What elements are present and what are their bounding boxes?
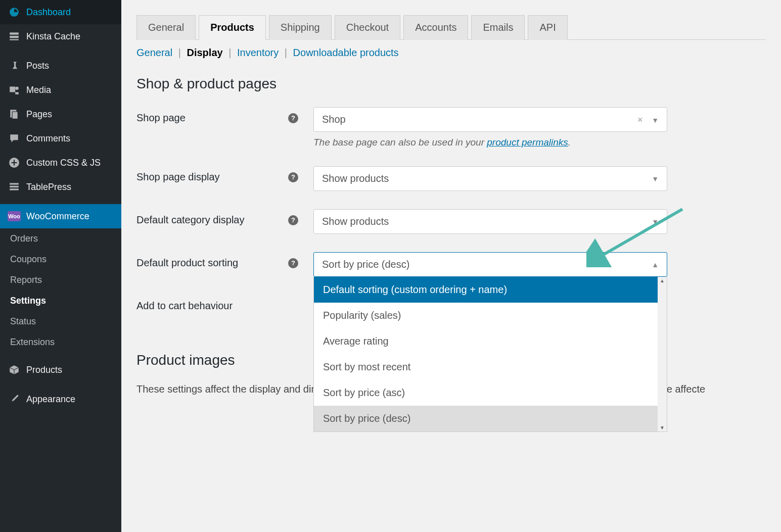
sidebar-item-custom-css-js[interactable]: Custom CSS & JS (0, 151, 121, 175)
select-value: Sort by price (desc) (322, 259, 409, 270)
submenu-reports[interactable]: Reports (0, 270, 121, 291)
subtab-downloadable[interactable]: Downloadable products (293, 47, 399, 58)
select-value: Show products (322, 216, 389, 227)
products-icon (8, 364, 20, 376)
help-icon[interactable]: ? (288, 113, 298, 123)
admin-sidebar: Dashboard Kinsta Cache Posts Media Pages… (0, 0, 121, 532)
tab-general[interactable]: General (136, 15, 196, 40)
comments-icon (8, 132, 20, 144)
sorting-dropdown: Default sorting (custom ordering + name)… (313, 277, 667, 432)
sidebar-label: Kinsta Cache (26, 31, 80, 42)
sidebar-item-products[interactable]: Products (0, 358, 121, 382)
pages-icon (8, 108, 20, 120)
select-value: Shop (322, 114, 346, 125)
sidebar-label: Products (26, 365, 62, 375)
dropdown-scrollbar[interactable]: ▲ ▼ (658, 277, 667, 431)
scroll-down-icon[interactable]: ▼ (660, 425, 665, 430)
subtab-general[interactable]: General (136, 47, 172, 58)
subtab-display[interactable]: Display (187, 47, 222, 58)
submenu-settings[interactable]: Settings (0, 291, 121, 311)
submenu-status[interactable]: Status (0, 311, 121, 332)
label-add-to-cart: Add to cart behaviour (136, 300, 233, 312)
kinsta-icon (8, 30, 20, 42)
svg-rect-0 (10, 32, 19, 34)
chevron-down-icon: ▼ (652, 116, 659, 124)
sidebar-item-kinsta-cache[interactable]: Kinsta Cache (0, 24, 121, 49)
row-default-product-sorting: Default product sorting ? Sort by price … (136, 252, 766, 277)
tab-emails[interactable]: Emails (471, 15, 525, 40)
permalinks-link[interactable]: product permalinks (487, 137, 568, 148)
option-popularity[interactable]: Popularity (sales) (314, 303, 658, 328)
sidebar-item-pages[interactable]: Pages (0, 102, 121, 126)
sidebar-item-woocommerce[interactable]: Woo WooCommerce (0, 204, 121, 228)
section-title-shop-pages: Shop & product pages (136, 76, 766, 92)
label-shop-page: Shop page (136, 112, 186, 124)
submenu-orders[interactable]: Orders (0, 228, 121, 249)
help-icon[interactable]: ? (288, 172, 298, 182)
subtab-inventory[interactable]: Inventory (237, 47, 279, 58)
sidebar-label: Comments (26, 133, 70, 144)
svg-rect-10 (10, 188, 19, 190)
products-subtabs: General | Display | Inventory | Download… (136, 40, 766, 66)
plus-circle-icon (8, 157, 20, 169)
submenu-extensions[interactable]: Extensions (0, 332, 121, 353)
label-default-product-sorting: Default product sorting (136, 257, 238, 269)
sidebar-label: WooCommerce (26, 211, 89, 222)
chevron-down-icon: ▼ (652, 218, 659, 226)
woo-icon: Woo (8, 210, 20, 222)
select-default-product-sorting[interactable]: Sort by price (desc) ▲ (313, 252, 667, 277)
sidebar-item-comments[interactable]: Comments (0, 126, 121, 151)
field-help-text: The base page can also be used in your p… (313, 137, 667, 148)
select-shop-page[interactable]: Shop × ▼ (313, 107, 667, 132)
tab-products[interactable]: Products (199, 15, 266, 40)
tab-shipping[interactable]: Shipping (269, 15, 332, 40)
svg-rect-6 (13, 112, 18, 119)
sidebar-item-tablepress[interactable]: TablePress (0, 175, 121, 199)
sidebar-label: Posts (26, 61, 49, 71)
table-icon (8, 181, 20, 193)
help-icon[interactable]: ? (288, 215, 298, 225)
scroll-up-icon[interactable]: ▲ (660, 278, 665, 283)
sidebar-item-posts[interactable]: Posts (0, 54, 121, 78)
option-price-desc[interactable]: Sort by price (desc) (314, 406, 658, 431)
main-content: General Products Shipping Checkout Accou… (121, 0, 781, 532)
chevron-up-icon: ▲ (652, 261, 659, 269)
sidebar-label: Media (26, 85, 51, 95)
label-shop-page-display: Shop page display (136, 171, 220, 183)
tab-accounts[interactable]: Accounts (403, 15, 468, 40)
select-shop-page-display[interactable]: Show products ▼ (313, 166, 667, 191)
tab-api[interactable]: API (528, 15, 567, 40)
option-most-recent[interactable]: Sort by most recent (314, 354, 658, 380)
label-default-category-display: Default category display (136, 214, 244, 226)
svg-rect-8 (10, 183, 19, 184)
settings-tabs: General Products Shipping Checkout Accou… (136, 15, 766, 40)
help-icon[interactable]: ? (288, 258, 298, 268)
svg-rect-2 (10, 39, 19, 40)
media-icon (8, 84, 20, 96)
sidebar-label: TablePress (26, 182, 71, 192)
select-default-category-display[interactable]: Show products ▼ (313, 209, 667, 234)
option-default-sorting[interactable]: Default sorting (custom ordering + name) (314, 277, 658, 303)
row-shop-page: Shop page ? Shop × ▼ The base page can a… (136, 107, 766, 148)
sidebar-label: Dashboard (26, 7, 71, 18)
sidebar-item-media[interactable]: Media (0, 78, 121, 102)
sidebar-label: Appearance (26, 394, 75, 405)
svg-point-3 (15, 86, 19, 90)
appearance-icon (8, 393, 20, 405)
sidebar-label: Custom CSS & JS (26, 158, 101, 168)
row-shop-page-display: Shop page display ? Show products ▼ (136, 166, 766, 191)
row-default-category-display: Default category display ? Show products… (136, 209, 766, 234)
dashboard-icon (8, 6, 20, 18)
clear-icon[interactable]: × (637, 115, 643, 125)
chevron-down-icon: ▼ (652, 175, 659, 183)
select-value: Show products (322, 173, 389, 184)
tab-checkout[interactable]: Checkout (335, 15, 401, 40)
sidebar-label: Pages (26, 109, 52, 120)
option-price-asc[interactable]: Sort by price (asc) (314, 380, 658, 406)
option-average-rating[interactable]: Average rating (314, 328, 658, 354)
pin-icon (8, 60, 20, 72)
sidebar-item-dashboard[interactable]: Dashboard (0, 0, 121, 24)
sidebar-item-appearance[interactable]: Appearance (0, 387, 121, 411)
submenu-coupons[interactable]: Coupons (0, 249, 121, 270)
svg-rect-1 (10, 36, 19, 38)
